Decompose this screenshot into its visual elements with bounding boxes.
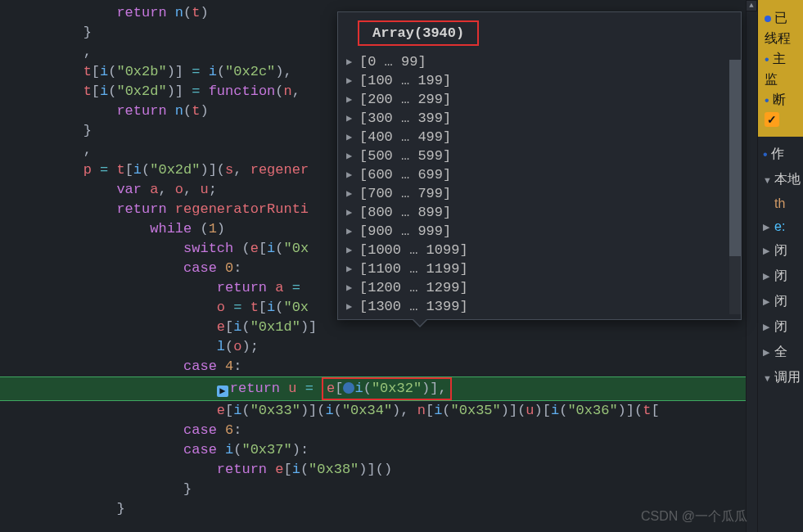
expand-icon[interactable]: ▶ xyxy=(346,112,354,124)
sidebar-global-scope[interactable]: ▶全 xyxy=(763,340,801,365)
expand-icon[interactable]: ▶ xyxy=(346,56,354,68)
array-range-row[interactable]: ▶[400 … 499] xyxy=(338,128,741,147)
expand-icon[interactable]: ▶ xyxy=(346,169,354,181)
sidebar-closure[interactable]: ▶闭 xyxy=(763,264,801,289)
array-range-row[interactable]: ▶[500 … 599] xyxy=(338,147,741,165)
sidebar-main-thread[interactable]: •主 xyxy=(765,49,798,70)
expand-icon[interactable]: ▶ xyxy=(346,263,354,275)
expand-right-icon[interactable]: ▶ xyxy=(763,322,771,332)
value-tooltip-popup[interactable]: Array(3940) ▶[0 … 99] ▶[100 … 199] ▶[200… xyxy=(337,11,742,320)
tooltip-list[interactable]: ▶[0 … 99] ▶[100 … 199] ▶[200 … 299] ▶[30… xyxy=(338,52,741,319)
expand-down-icon[interactable]: ▼ xyxy=(763,373,771,383)
array-range-row[interactable]: ▶[1000 … 1099] xyxy=(338,241,741,259)
status-dot-icon xyxy=(765,16,771,22)
highlighted-expression[interactable]: e[i("0x32")], xyxy=(322,377,452,400)
sidebar-gold-section: 已 线程 •主 监 •断 ✓ xyxy=(758,0,803,137)
expand-icon[interactable]: ▶ xyxy=(346,225,354,237)
sidebar-var-this[interactable]: th xyxy=(763,192,801,215)
sidebar-closure[interactable]: ▶闭 xyxy=(763,238,801,264)
tooltip-title-box: Array(3940) xyxy=(358,20,479,46)
expand-right-icon[interactable]: ▶ xyxy=(763,246,771,256)
sidebar-breakpoints[interactable]: •断 xyxy=(765,90,798,110)
array-range-row[interactable]: ▶[1200 … 1299] xyxy=(338,278,741,297)
breakpoint-marker[interactable]: ▶ xyxy=(217,385,228,397)
sidebar-var-e[interactable]: ▶e: xyxy=(763,215,801,238)
watermark-text: CSDN @一个瓜瓜 xyxy=(641,508,747,525)
debugger-sidebar[interactable]: 已 线程 •主 监 •断 ✓ •作 ▼本地 th ▶e: ▶闭 ▶闭 ▶闭 ▶闭… xyxy=(757,0,803,532)
editor-scrollbar[interactable] xyxy=(746,11,757,532)
tooltip-pointer-icon xyxy=(412,319,428,327)
expand-icon[interactable]: ▶ xyxy=(346,150,354,162)
sidebar-closure[interactable]: ▶闭 xyxy=(763,289,801,314)
array-range-row[interactable]: ▶[1100 … 1199] xyxy=(338,259,741,278)
tooltip-scrollbar[interactable] xyxy=(729,60,741,314)
array-range-row[interactable]: ▶[100 … 199] xyxy=(338,71,741,90)
expand-icon[interactable]: ▶ xyxy=(346,300,354,313)
sidebar-scope-header[interactable]: •作 xyxy=(763,142,801,167)
sidebar-local-scope[interactable]: ▼本地 xyxy=(763,167,801,192)
array-range-row[interactable]: ▶[900 … 999] xyxy=(338,222,741,241)
expand-icon[interactable]: ▶ xyxy=(346,187,354,200)
expand-right-icon[interactable]: ▶ xyxy=(763,271,771,282)
array-range-row[interactable]: ▶[300 … 399] xyxy=(338,109,741,128)
sidebar-watch[interactable]: 监 xyxy=(765,70,798,90)
expand-icon[interactable]: ▶ xyxy=(346,282,354,294)
expand-icon[interactable]: ▶ xyxy=(346,206,354,219)
array-range-row[interactable]: ▶[200 … 299] xyxy=(338,90,741,109)
expand-right-icon[interactable]: ▶ xyxy=(763,222,771,232)
tooltip-scroll-thumb[interactable] xyxy=(729,60,741,256)
tooltip-header: Array(3940) xyxy=(338,12,741,52)
array-range-row[interactable]: ▶[0 … 99] xyxy=(338,52,741,71)
expand-icon[interactable]: ▶ xyxy=(346,74,354,87)
array-range-row[interactable]: ▶[800 … 899] xyxy=(338,203,741,222)
sidebar-callstack[interactable]: ▼调用 xyxy=(763,365,801,390)
sidebar-closure[interactable]: ▶闭 xyxy=(763,314,801,340)
checkbox-checked-icon[interactable]: ✓ xyxy=(765,112,779,127)
editor-scroll-up[interactable]: ▲ xyxy=(746,0,757,11)
sidebar-threads[interactable]: 线程 xyxy=(765,29,798,49)
expand-icon[interactable]: ▶ xyxy=(346,93,354,106)
expand-down-icon[interactable]: ▼ xyxy=(763,175,771,185)
inline-eval-icon xyxy=(343,382,354,394)
sidebar-breakpoint-check[interactable]: ✓ xyxy=(765,110,798,128)
expand-right-icon[interactable]: ▶ xyxy=(763,296,771,307)
expand-icon[interactable]: ▶ xyxy=(346,131,354,143)
tooltip-title: Array(3940) xyxy=(372,25,464,41)
array-range-row[interactable]: ▶[600 … 699] xyxy=(338,165,741,184)
array-range-row[interactable]: ▶[1300 … 1399] xyxy=(338,297,741,316)
expand-icon[interactable]: ▶ xyxy=(346,244,354,256)
sidebar-scope-list: •作 ▼本地 th ▶e: ▶闭 ▶闭 ▶闭 ▶闭 ▶全 ▼调用 xyxy=(758,137,803,390)
sidebar-status-row: 已 xyxy=(765,8,798,29)
array-range-row[interactable]: ▶[700 … 799] xyxy=(338,184,741,203)
expand-right-icon[interactable]: ▶ xyxy=(763,347,771,358)
paused-line[interactable]: ▶return u = e[i("0x32")], xyxy=(0,376,753,401)
